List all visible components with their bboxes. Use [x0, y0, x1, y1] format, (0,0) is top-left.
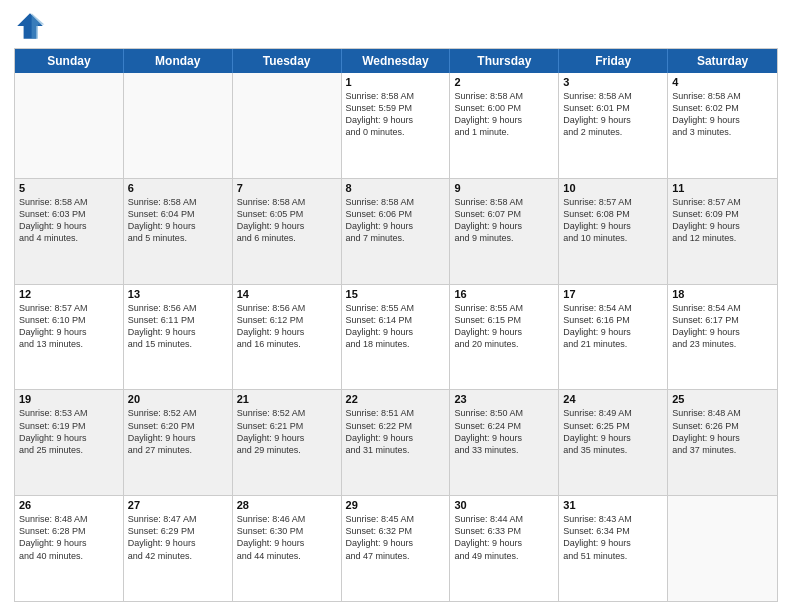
calendar-cell: 2Sunrise: 8:58 AM Sunset: 6:00 PM Daylig… [450, 73, 559, 178]
day-number: 22 [346, 393, 446, 405]
day-number: 10 [563, 182, 663, 194]
day-number: 21 [237, 393, 337, 405]
calendar-cell: 14Sunrise: 8:56 AM Sunset: 6:12 PM Dayli… [233, 285, 342, 390]
day-number: 16 [454, 288, 554, 300]
day-detail: Sunrise: 8:57 AM Sunset: 6:09 PM Dayligh… [672, 196, 773, 245]
day-number: 19 [19, 393, 119, 405]
calendar-cell: 5Sunrise: 8:58 AM Sunset: 6:03 PM Daylig… [15, 179, 124, 284]
calendar-cell: 3Sunrise: 8:58 AM Sunset: 6:01 PM Daylig… [559, 73, 668, 178]
calendar: SundayMondayTuesdayWednesdayThursdayFrid… [14, 48, 778, 602]
day-detail: Sunrise: 8:50 AM Sunset: 6:24 PM Dayligh… [454, 407, 554, 456]
calendar-header-row: SundayMondayTuesdayWednesdayThursdayFrid… [15, 49, 777, 73]
day-number: 27 [128, 499, 228, 511]
calendar-cell: 1Sunrise: 8:58 AM Sunset: 5:59 PM Daylig… [342, 73, 451, 178]
day-header-wednesday: Wednesday [342, 49, 451, 73]
svg-marker-0 [17, 13, 43, 39]
calendar-cell: 18Sunrise: 8:54 AM Sunset: 6:17 PM Dayli… [668, 285, 777, 390]
day-detail: Sunrise: 8:46 AM Sunset: 6:30 PM Dayligh… [237, 513, 337, 562]
calendar-cell: 13Sunrise: 8:56 AM Sunset: 6:11 PM Dayli… [124, 285, 233, 390]
day-detail: Sunrise: 8:56 AM Sunset: 6:12 PM Dayligh… [237, 302, 337, 351]
day-header-sunday: Sunday [15, 49, 124, 73]
day-detail: Sunrise: 8:57 AM Sunset: 6:08 PM Dayligh… [563, 196, 663, 245]
day-number: 6 [128, 182, 228, 194]
day-header-monday: Monday [124, 49, 233, 73]
calendar-cell: 19Sunrise: 8:53 AM Sunset: 6:19 PM Dayli… [15, 390, 124, 495]
day-detail: Sunrise: 8:58 AM Sunset: 6:04 PM Dayligh… [128, 196, 228, 245]
day-number: 5 [19, 182, 119, 194]
calendar-cell: 27Sunrise: 8:47 AM Sunset: 6:29 PM Dayli… [124, 496, 233, 601]
calendar-cell: 31Sunrise: 8:43 AM Sunset: 6:34 PM Dayli… [559, 496, 668, 601]
header [14, 10, 778, 42]
day-detail: Sunrise: 8:58 AM Sunset: 6:03 PM Dayligh… [19, 196, 119, 245]
calendar-cell: 20Sunrise: 8:52 AM Sunset: 6:20 PM Dayli… [124, 390, 233, 495]
day-detail: Sunrise: 8:44 AM Sunset: 6:33 PM Dayligh… [454, 513, 554, 562]
calendar-cell: 30Sunrise: 8:44 AM Sunset: 6:33 PM Dayli… [450, 496, 559, 601]
day-number: 9 [454, 182, 554, 194]
day-number: 18 [672, 288, 773, 300]
day-number: 24 [563, 393, 663, 405]
day-number: 14 [237, 288, 337, 300]
calendar-cell: 12Sunrise: 8:57 AM Sunset: 6:10 PM Dayli… [15, 285, 124, 390]
calendar-cell: 10Sunrise: 8:57 AM Sunset: 6:08 PM Dayli… [559, 179, 668, 284]
day-number: 23 [454, 393, 554, 405]
day-number: 13 [128, 288, 228, 300]
day-header-friday: Friday [559, 49, 668, 73]
day-number: 29 [346, 499, 446, 511]
day-detail: Sunrise: 8:58 AM Sunset: 5:59 PM Dayligh… [346, 90, 446, 139]
day-detail: Sunrise: 8:45 AM Sunset: 6:32 PM Dayligh… [346, 513, 446, 562]
calendar-cell: 6Sunrise: 8:58 AM Sunset: 6:04 PM Daylig… [124, 179, 233, 284]
calendar-week-4: 19Sunrise: 8:53 AM Sunset: 6:19 PM Dayli… [15, 390, 777, 496]
page: SundayMondayTuesdayWednesdayThursdayFrid… [0, 0, 792, 612]
calendar-cell: 9Sunrise: 8:58 AM Sunset: 6:07 PM Daylig… [450, 179, 559, 284]
calendar-week-2: 5Sunrise: 8:58 AM Sunset: 6:03 PM Daylig… [15, 179, 777, 285]
calendar-cell: 26Sunrise: 8:48 AM Sunset: 6:28 PM Dayli… [15, 496, 124, 601]
day-detail: Sunrise: 8:48 AM Sunset: 6:26 PM Dayligh… [672, 407, 773, 456]
day-detail: Sunrise: 8:58 AM Sunset: 6:00 PM Dayligh… [454, 90, 554, 139]
day-detail: Sunrise: 8:52 AM Sunset: 6:20 PM Dayligh… [128, 407, 228, 456]
day-number: 20 [128, 393, 228, 405]
calendar-cell: 29Sunrise: 8:45 AM Sunset: 6:32 PM Dayli… [342, 496, 451, 601]
day-number: 4 [672, 76, 773, 88]
day-number: 1 [346, 76, 446, 88]
day-number: 30 [454, 499, 554, 511]
day-number: 25 [672, 393, 773, 405]
calendar-cell: 7Sunrise: 8:58 AM Sunset: 6:05 PM Daylig… [233, 179, 342, 284]
day-number: 26 [19, 499, 119, 511]
day-detail: Sunrise: 8:56 AM Sunset: 6:11 PM Dayligh… [128, 302, 228, 351]
day-detail: Sunrise: 8:58 AM Sunset: 6:02 PM Dayligh… [672, 90, 773, 139]
day-number: 15 [346, 288, 446, 300]
calendar-cell [668, 496, 777, 601]
day-detail: Sunrise: 8:52 AM Sunset: 6:21 PM Dayligh… [237, 407, 337, 456]
day-detail: Sunrise: 8:57 AM Sunset: 6:10 PM Dayligh… [19, 302, 119, 351]
day-number: 17 [563, 288, 663, 300]
calendar-week-3: 12Sunrise: 8:57 AM Sunset: 6:10 PM Dayli… [15, 285, 777, 391]
calendar-cell [233, 73, 342, 178]
calendar-week-1: 1Sunrise: 8:58 AM Sunset: 5:59 PM Daylig… [15, 73, 777, 179]
logo-icon [14, 10, 46, 42]
day-detail: Sunrise: 8:58 AM Sunset: 6:06 PM Dayligh… [346, 196, 446, 245]
day-detail: Sunrise: 8:48 AM Sunset: 6:28 PM Dayligh… [19, 513, 119, 562]
calendar-cell: 24Sunrise: 8:49 AM Sunset: 6:25 PM Dayli… [559, 390, 668, 495]
day-number: 28 [237, 499, 337, 511]
calendar-cell: 15Sunrise: 8:55 AM Sunset: 6:14 PM Dayli… [342, 285, 451, 390]
day-detail: Sunrise: 8:58 AM Sunset: 6:05 PM Dayligh… [237, 196, 337, 245]
day-number: 12 [19, 288, 119, 300]
calendar-cell: 25Sunrise: 8:48 AM Sunset: 6:26 PM Dayli… [668, 390, 777, 495]
day-header-thursday: Thursday [450, 49, 559, 73]
calendar-cell: 21Sunrise: 8:52 AM Sunset: 6:21 PM Dayli… [233, 390, 342, 495]
calendar-cell: 11Sunrise: 8:57 AM Sunset: 6:09 PM Dayli… [668, 179, 777, 284]
day-number: 11 [672, 182, 773, 194]
calendar-cell: 28Sunrise: 8:46 AM Sunset: 6:30 PM Dayli… [233, 496, 342, 601]
calendar-cell [124, 73, 233, 178]
day-detail: Sunrise: 8:51 AM Sunset: 6:22 PM Dayligh… [346, 407, 446, 456]
day-number: 7 [237, 182, 337, 194]
day-number: 31 [563, 499, 663, 511]
day-detail: Sunrise: 8:58 AM Sunset: 6:07 PM Dayligh… [454, 196, 554, 245]
day-number: 8 [346, 182, 446, 194]
calendar-cell [15, 73, 124, 178]
logo [14, 10, 50, 42]
day-detail: Sunrise: 8:49 AM Sunset: 6:25 PM Dayligh… [563, 407, 663, 456]
day-detail: Sunrise: 8:47 AM Sunset: 6:29 PM Dayligh… [128, 513, 228, 562]
calendar-cell: 16Sunrise: 8:55 AM Sunset: 6:15 PM Dayli… [450, 285, 559, 390]
day-header-tuesday: Tuesday [233, 49, 342, 73]
